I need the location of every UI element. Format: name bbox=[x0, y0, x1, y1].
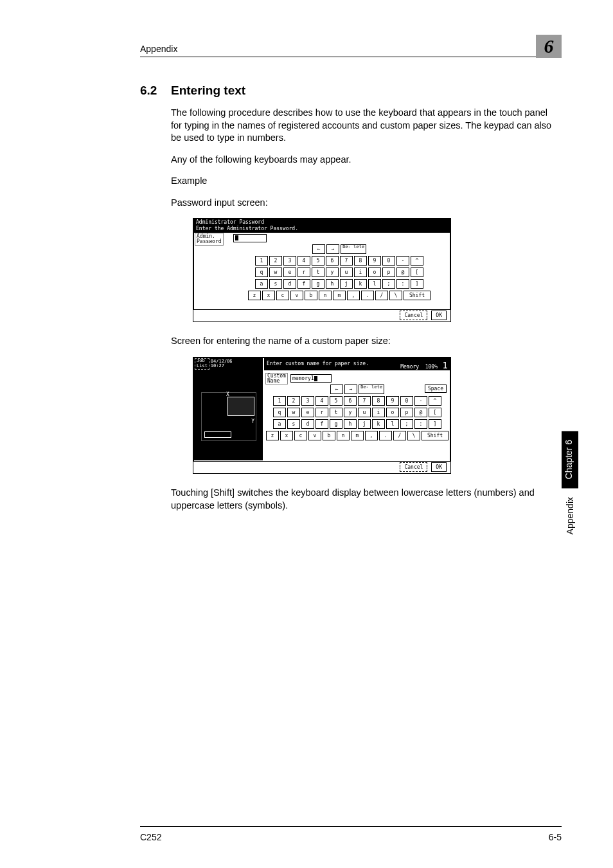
nav-left-key[interactable]: ← bbox=[330, 384, 343, 394]
key-f[interactable]: f bbox=[298, 279, 310, 289]
ok-button[interactable]: OK bbox=[431, 462, 447, 472]
key-y[interactable]: y bbox=[344, 408, 357, 417]
key-\[interactable]: \ bbox=[389, 291, 402, 300]
key-n[interactable]: n bbox=[337, 431, 350, 440]
key-2[interactable]: 2 bbox=[287, 396, 300, 406]
key-/[interactable]: / bbox=[393, 431, 406, 440]
key-m[interactable]: m bbox=[351, 431, 364, 440]
key-9[interactable]: 9 bbox=[368, 256, 381, 266]
key-h[interactable]: h bbox=[344, 419, 357, 429]
delete-key[interactable]: De- lete bbox=[341, 244, 366, 254]
key-][interactable]: ] bbox=[429, 419, 441, 429]
key-v[interactable]: v bbox=[290, 291, 303, 300]
key-n[interactable]: n bbox=[319, 291, 332, 300]
key-5[interactable]: 5 bbox=[312, 256, 324, 266]
nav-right-key[interactable]: → bbox=[344, 384, 357, 394]
key-u[interactable]: u bbox=[358, 408, 371, 417]
key-.[interactable]: . bbox=[361, 291, 374, 300]
key-;[interactable]: ; bbox=[382, 279, 395, 289]
key-u[interactable]: u bbox=[340, 267, 353, 277]
key-z[interactable]: z bbox=[266, 431, 279, 440]
key-7[interactable]: 7 bbox=[340, 256, 353, 266]
key-@[interactable]: @ bbox=[414, 408, 427, 417]
key-g[interactable]: g bbox=[330, 419, 342, 429]
key-y[interactable]: y bbox=[326, 267, 339, 277]
key-8[interactable]: 8 bbox=[354, 256, 367, 266]
key-;[interactable]: ; bbox=[400, 419, 413, 429]
cancel-button[interactable]: Cancel bbox=[400, 462, 427, 472]
key-k[interactable]: k bbox=[354, 279, 367, 289]
key-^[interactable]: ^ bbox=[429, 396, 441, 406]
key-g[interactable]: g bbox=[312, 279, 324, 289]
key-@[interactable]: @ bbox=[396, 267, 409, 277]
key-z[interactable]: z bbox=[248, 291, 261, 300]
key-t[interactable]: t bbox=[330, 408, 342, 417]
key-f[interactable]: f bbox=[315, 419, 328, 429]
nav-right-key[interactable]: → bbox=[326, 244, 339, 254]
key-w[interactable]: w bbox=[269, 267, 282, 277]
shift-key[interactable]: Shift bbox=[404, 291, 431, 300]
key-v[interactable]: v bbox=[308, 431, 321, 440]
ok-button[interactable]: OK bbox=[431, 311, 447, 320]
key-b[interactable]: b bbox=[323, 431, 335, 440]
key-t[interactable]: t bbox=[312, 267, 324, 277]
key-x[interactable]: x bbox=[262, 291, 275, 300]
space-key[interactable]: Space bbox=[425, 384, 447, 393]
key-1[interactable]: 1 bbox=[255, 256, 268, 266]
key-d[interactable]: d bbox=[301, 419, 314, 429]
key--[interactable]: - bbox=[414, 396, 427, 406]
key-r[interactable]: r bbox=[298, 267, 310, 277]
key-l[interactable]: l bbox=[386, 419, 399, 429]
key-1[interactable]: 1 bbox=[273, 396, 286, 406]
key-p[interactable]: p bbox=[400, 408, 413, 417]
key-4[interactable]: 4 bbox=[298, 256, 310, 266]
key-:[interactable]: : bbox=[414, 419, 427, 429]
key-c[interactable]: c bbox=[294, 431, 307, 440]
key-[[interactable]: [ bbox=[429, 408, 441, 417]
key-w[interactable]: w bbox=[287, 408, 300, 417]
key-8[interactable]: 8 bbox=[372, 396, 385, 406]
key-j[interactable]: j bbox=[340, 279, 353, 289]
key-p[interactable]: p bbox=[382, 267, 395, 277]
key-o[interactable]: o bbox=[368, 267, 381, 277]
key-:[interactable]: : bbox=[396, 279, 409, 289]
key-6[interactable]: 6 bbox=[344, 396, 357, 406]
job-list-button[interactable]: Job List bbox=[195, 358, 209, 369]
delete-key[interactable]: De- lete bbox=[359, 384, 384, 394]
key-3[interactable]: 3 bbox=[283, 256, 296, 266]
key-x[interactable]: x bbox=[280, 431, 293, 440]
key-q[interactable]: q bbox=[255, 267, 268, 277]
key-/[interactable]: / bbox=[375, 291, 388, 300]
nav-left-key[interactable]: ← bbox=[312, 244, 325, 254]
key-a[interactable]: a bbox=[255, 279, 268, 289]
key-k[interactable]: k bbox=[372, 419, 385, 429]
key-r[interactable]: r bbox=[315, 408, 328, 417]
key-0[interactable]: 0 bbox=[382, 256, 395, 266]
key-6[interactable]: 6 bbox=[326, 256, 339, 266]
key-c[interactable]: c bbox=[276, 291, 289, 300]
key-,[interactable]: , bbox=[365, 431, 378, 440]
key-\[interactable]: \ bbox=[407, 431, 420, 440]
key-o[interactable]: o bbox=[386, 408, 399, 417]
key-9[interactable]: 9 bbox=[386, 396, 399, 406]
key-a[interactable]: a bbox=[273, 419, 286, 429]
key-h[interactable]: h bbox=[326, 279, 339, 289]
key--[interactable]: - bbox=[396, 256, 409, 266]
key-s[interactable]: s bbox=[269, 279, 282, 289]
shift-key[interactable]: Shift bbox=[422, 431, 449, 440]
key-s[interactable]: s bbox=[287, 419, 300, 429]
key-4[interactable]: 4 bbox=[315, 396, 328, 406]
key-][interactable]: ] bbox=[411, 279, 423, 289]
key-i[interactable]: i bbox=[354, 267, 367, 277]
key-d[interactable]: d bbox=[283, 279, 296, 289]
key-^[interactable]: ^ bbox=[411, 256, 423, 266]
key-i[interactable]: i bbox=[372, 408, 385, 417]
key-5[interactable]: 5 bbox=[330, 396, 342, 406]
key-,[interactable]: , bbox=[347, 291, 360, 300]
key-e[interactable]: e bbox=[283, 267, 296, 277]
custom-name-input[interactable]: memory1 bbox=[290, 374, 332, 383]
key-2[interactable]: 2 bbox=[269, 256, 282, 266]
key-q[interactable]: q bbox=[273, 408, 286, 417]
key-.[interactable]: . bbox=[379, 431, 392, 440]
fig1-input[interactable] bbox=[233, 234, 267, 242]
